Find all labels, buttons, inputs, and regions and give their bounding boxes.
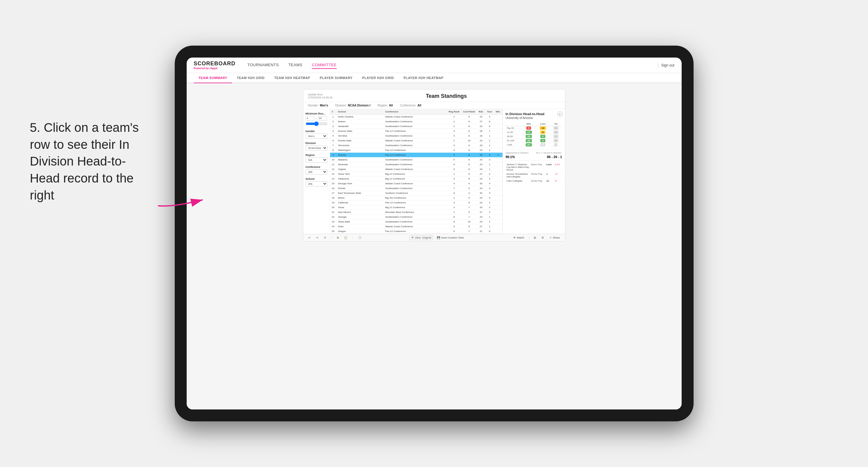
table-row[interactable]: 19 California Pac-12 Conference 4 8 24 2 [330,200,502,205]
h2h-table: Win Loss Tie Top 10 3 13 0 11-25 11 8 0 … [506,122,562,147]
reset-btn[interactable]: ↺ [322,236,328,240]
tournament-type: Stroke Play [530,172,546,179]
table-row[interactable]: 1 North Carolina Atlantic Coast Conferen… [330,115,502,119]
subnav-player-summary[interactable]: PLAYER SUMMARY [315,73,357,83]
col-conference: Conference [383,109,447,115]
table-row[interactable]: 25 Oregon Pac-12 Conference 5 7 21 0 [330,229,502,234]
conference-cell: Atlantic Coast Conference [383,138,447,143]
rank-cell: 16 [330,186,336,191]
conf-rank-cell: 9 [461,196,477,200]
h2h-tie-cell: 0 [550,139,562,143]
conf-rank-cell: 8 [461,181,477,186]
conference-cell: Atlantic Coast Conference [383,224,447,229]
table-row[interactable]: 5 Ole Miss Southeastern Conference 3 6 1… [330,134,502,138]
school-cell: Duke [336,224,383,229]
table-row[interactable]: 23 Texas A&M Southeastern Conference 9 1… [330,219,502,224]
table-row[interactable]: 8 Washington Pac-12 Conference 2 8 23 1 [330,148,502,153]
table-header-row: # School Conference Reg Rank Conf Rank R… [330,109,502,115]
school-cell: Virginia [336,167,383,172]
table-row[interactable]: 9 Arizona Pac-12 Conference 5 8 30 4 2 [330,153,502,157]
logo-area: SCOREBOARD Powered by clippd [194,61,236,70]
rds-cell: 26 [477,129,485,134]
rank-cell: 25 [330,229,336,234]
table-row[interactable]: 13 Texas Tech Big 12 Conference 1 9 27 2 [330,172,502,177]
gender-select[interactable]: Men's Women's [306,134,328,139]
table-row[interactable]: 2 Auburn Southeastern Conference 1 9 27 … [330,119,502,124]
reg-rank-cell: 9 [447,219,461,224]
rank-cell: 6 [330,138,336,143]
rds-cell: 20 [477,205,485,210]
table-row[interactable]: 12 Virginia Atlantic Coast Conference 3 … [330,167,502,172]
watch-btn[interactable]: 👁 Watch [512,236,526,240]
h2h-loss-cell: 2 [536,134,550,139]
clock-btn[interactable]: 🕐 [356,236,363,240]
tour-cell: 4 [485,186,494,191]
save-custom-btn[interactable]: 💾 Save Custom View [435,236,465,240]
table-row[interactable]: 14 Oklahoma Big 12 Conference 2 8 24 2 [330,177,502,181]
subnav-team-h2h-grid[interactable]: TEAM H2H GRID [232,73,269,83]
table-row[interactable]: 18 Illinois Big Ten Conference 1 9 23 3 [330,196,502,200]
h2h-col-win: Win [522,122,536,126]
bottom-toolbar: ↩ ↪ ↺ | ⧉ 📋 | 🕐 👁 View: Or [303,234,565,241]
table-row[interactable]: 20 Texas Big 12 Conference 3 7 20 2 [330,205,502,210]
conference-cell: Atlantic Coast Conference [383,181,447,186]
win-cell [494,167,502,172]
rds-cell: 21 [477,229,485,234]
conference-select[interactable]: (All) Atlantic Coast Conference Southeas… [306,169,328,175]
rds-cell: 18 [477,134,485,138]
share-btn[interactable]: ↗ Share [548,236,561,240]
rounds-min-input[interactable] [306,116,315,121]
table-row[interactable]: 21 New Mexico Mountain West Conference 1… [330,210,502,215]
table-row[interactable]: 22 Georgia Southeastern Conference 8 7 2… [330,215,502,219]
table-row[interactable]: 6 Florida State Atlantic Coast Conferenc… [330,138,502,143]
sign-out-link[interactable]: Sign out [661,63,674,67]
table-row[interactable]: 4 Arizona State Pac-12 Conference 4 6 26… [330,129,502,134]
rounds-max-input[interactable] [318,116,327,121]
table-row[interactable]: 15 Georgia Tech Atlantic Coast Conferenc… [330,181,502,186]
reg-rank-cell: 5 [447,229,461,234]
paste-btn[interactable]: 📋 [343,236,349,240]
copy-btn[interactable]: ⧉ [336,236,340,240]
reg-rank-cell: 8 [447,191,461,196]
table-row[interactable]: 11 Arkansas Southeastern Conference 6 8 … [330,162,502,167]
table-row[interactable]: 3 Vanderbilt Southeastern Conference 2 8… [330,124,502,129]
table-row[interactable]: 16 Florida Southeastern Conference 7 9 2… [330,186,502,191]
settings-btn[interactable]: ⚙ [540,236,546,240]
reg-rank-cell: 4 [447,181,461,186]
reg-rank-cell: 8 [447,215,461,219]
conference-cell: Atlantic Coast Conference [383,115,447,119]
undo-btn[interactable]: ↩ [307,236,312,240]
tour-cell: 2 [485,205,494,210]
school-cell: New Mexico [336,210,383,215]
redo-btn[interactable]: ↪ [315,236,320,240]
table-row[interactable]: 24 Duke Atlantic Coast Conference 5 9 27… [330,224,502,229]
subnav-player-h2h-heatmap[interactable]: PLAYER H2H HEATMAP [399,73,448,83]
rank-cell: 3 [330,124,336,129]
subnav-team-summary[interactable]: TEAM SUMMARY [194,73,232,83]
conf-rank-cell: 6 [461,134,477,138]
reg-rank-cell: 5 [447,224,461,229]
region-select[interactable]: N/A All [306,157,328,162]
nav-teams[interactable]: TEAMS [288,61,302,69]
filter-region: Region: All [377,104,393,107]
dashboard-body: Minimum Rou... - Gender [303,109,565,234]
nav-tournaments[interactable]: TOURNAMENTS [247,61,279,69]
conf-rank-cell: 8 [461,157,477,162]
school-select[interactable]: (All) [306,181,328,186]
sub-nav: TEAM SUMMARY TEAM H2H GRID TEAM H2H HEAT… [187,73,682,83]
grid-btn[interactable]: ⊞ [532,236,538,240]
subnav-player-h2h-grid[interactable]: PLAYER H2H GRID [357,73,399,83]
conference-cell: Southeastern Conference [383,157,447,162]
rounds-slider[interactable] [306,121,328,126]
division-select[interactable]: NCAA Division I NCAA Division II NCAA Di… [306,146,328,151]
table-row[interactable]: 17 East Tennessee State Southern Confere… [330,191,502,196]
table-row[interactable]: 10 Alabama Southeastern Conference 5 8 2… [330,157,502,162]
h2h-col-tie: Tie [550,122,562,126]
win-cell [494,215,502,219]
table-row[interactable]: 7 Tennessee Southeastern Conference 4 6 … [330,143,502,148]
close-button[interactable]: × [557,112,563,117]
view-original-btn[interactable]: 👁 View: Original [409,235,433,240]
rds-cell: 23 [477,157,485,162]
subnav-team-h2h-heatmap[interactable]: TEAM H2H HEATMAP [269,73,315,83]
nav-committee[interactable]: COMMITTEE [312,61,337,69]
